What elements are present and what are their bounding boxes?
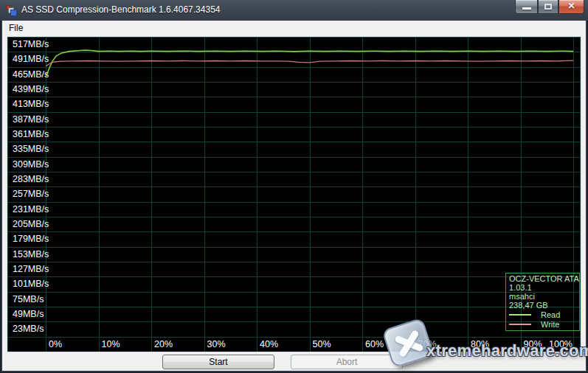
menu-bar: File (2, 21, 586, 35)
y-axis-label: 179MB/s (13, 231, 49, 246)
app-window: AS SSD Compression-Benchmark 1.6.4067.34… (0, 0, 588, 373)
legend-read-row: Read (509, 310, 579, 319)
y-axis-label: 335MB/s (13, 142, 49, 156)
x-axis-label: 0% (49, 337, 62, 352)
close-icon: ✕ (559, 0, 584, 13)
x-axis-label: 90% (524, 337, 542, 352)
maximize-icon (544, 4, 552, 10)
chart-grid (7, 37, 581, 352)
legend-capacity: 238,47 GB (509, 301, 579, 310)
chart-panel: 517MB/s491MB/s465MB/s439MB/s413MB/s387MB… (7, 37, 581, 352)
y-axis-label: 257MB/s (13, 186, 49, 201)
minimize-button[interactable] (515, 0, 538, 14)
app-icon (6, 5, 17, 16)
y-axis-label: 465MB/s (13, 67, 49, 82)
window-title: AS SSD Compression-Benchmark 1.6.4067.34… (21, 4, 220, 15)
y-axis-label: 413MB/s (13, 97, 49, 111)
title-bar: AS SSD Compression-Benchmark 1.6.4067.34… (0, 0, 588, 21)
y-axis-label: 387MB/s (13, 112, 49, 127)
y-axis-label: 23MB/s (13, 321, 44, 336)
write-line-swatch (509, 324, 531, 325)
y-axis-label: 75MB/s (13, 292, 44, 307)
read-line-swatch (509, 314, 531, 316)
x-axis-label: 40% (260, 337, 278, 352)
x-axis-label: 60% (365, 337, 384, 352)
benchmark-chart (7, 37, 581, 352)
y-axis-label: 101MB/s (13, 276, 49, 291)
x-axis-label: 10% (102, 337, 120, 352)
y-axis-label: 205MB/s (13, 217, 49, 231)
write-line (46, 60, 573, 66)
legend-firmware: 1.03.1 (509, 283, 579, 292)
x-axis-label: 50% (313, 337, 331, 352)
read-line (46, 50, 573, 77)
y-axis-label: 517MB/s (13, 37, 49, 52)
minimize-icon (522, 7, 531, 10)
chart-legend: OCZ-VECTOR ATA 1.03.1 msahci 238,47 GB R… (505, 273, 580, 331)
maximize-button[interactable] (538, 0, 558, 14)
close-button[interactable]: ✕ (558, 0, 584, 14)
y-axis-label: 127MB/s (13, 262, 49, 276)
legend-driver: msahci (509, 292, 579, 301)
x-axis-label: 80% (471, 337, 489, 352)
y-axis-label: 491MB/s (13, 52, 49, 66)
y-axis-label: 49MB/s (13, 307, 44, 321)
y-axis-label: 231MB/s (13, 202, 49, 217)
x-axis-label: 20% (154, 337, 173, 352)
y-axis-label: 439MB/s (13, 82, 49, 97)
x-axis-label: 70% (418, 337, 437, 352)
abort-button[interactable]: Abort (291, 355, 403, 369)
legend-write-label: Write (541, 320, 559, 329)
y-axis-label: 283MB/s (13, 172, 49, 186)
legend-device-name: OCZ-VECTOR ATA (509, 274, 579, 283)
x-axis-label: 100% (549, 337, 573, 352)
y-axis-label: 309MB/s (13, 157, 49, 172)
y-axis-label: 153MB/s (13, 247, 49, 262)
start-button[interactable]: Start (162, 355, 274, 369)
legend-write-row: Write (509, 319, 579, 329)
y-axis-label: 361MB/s (13, 127, 49, 142)
x-axis-label: 30% (207, 337, 226, 352)
menu-item-file[interactable]: File (2, 21, 30, 35)
legend-read-label: Read (541, 310, 560, 319)
